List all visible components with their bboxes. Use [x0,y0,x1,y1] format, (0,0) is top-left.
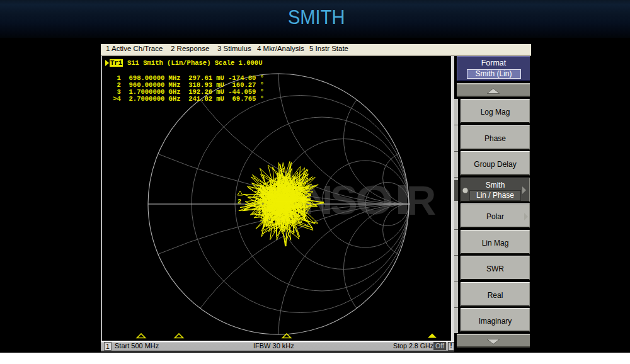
svg-text:2: 2 [238,198,241,205]
svg-text:4: 4 [281,168,285,174]
svg-text:R: R [406,178,436,224]
